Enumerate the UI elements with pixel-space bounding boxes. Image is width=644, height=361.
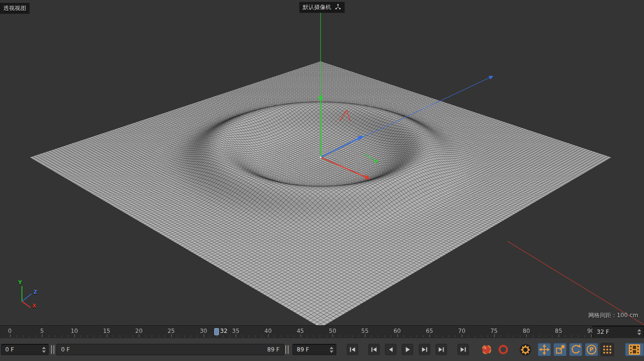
ruler-major-tick <box>301 334 301 337</box>
play-forward-button[interactable] <box>402 344 413 355</box>
ruler-tick-label: 20 <box>135 328 143 334</box>
ruler-minor-tick <box>320 335 320 337</box>
ruler-tick-label: 15 <box>103 328 110 334</box>
ruler-minor-tick <box>55 335 55 337</box>
record-active-objects-button[interactable] <box>480 343 493 356</box>
gear-icon <box>519 343 532 356</box>
key-pla-toggle[interactable] <box>601 343 614 356</box>
keying-settings-button[interactable] <box>519 343 532 356</box>
ruler-minor-tick <box>449 335 449 337</box>
ruler-major-tick <box>107 334 107 337</box>
goto-start-button[interactable] <box>347 344 358 355</box>
ruler-minor-tick <box>145 335 146 337</box>
orientation-axes-widget: Y Z X <box>14 280 48 311</box>
goto-previous-key-button[interactable] <box>368 344 380 355</box>
timeline-playhead[interactable] <box>214 328 219 335</box>
ruler-major-tick <box>139 334 139 337</box>
ruler-minor-tick <box>520 335 520 337</box>
point-grid-icon <box>601 343 613 356</box>
ruler-minor-tick <box>507 335 508 337</box>
ruler-major-tick <box>429 334 430 337</box>
parameter-letter: P <box>590 346 594 353</box>
timeline-ruler[interactable]: 051015202530354045505560657075808590 32 … <box>0 325 644 338</box>
ruler-major-tick <box>42 334 42 337</box>
autokeying-button[interactable] <box>497 343 510 356</box>
goto-end-button[interactable] <box>457 344 469 355</box>
ruler-minor-tick <box>442 335 443 337</box>
current-frame-label: 32 <box>220 328 228 334</box>
ruler-minor-tick <box>249 335 249 337</box>
ruler-minor-tick <box>352 335 353 337</box>
autokey-ring-icon <box>497 343 509 356</box>
ruler-minor-tick <box>436 335 436 337</box>
ruler-minor-tick <box>184 335 185 337</box>
view-name-label[interactable]: 透视视图 <box>0 3 30 14</box>
ruler-minor-tick <box>565 335 566 337</box>
ruler-tick-label: 50 <box>329 328 336 334</box>
ruler-major-tick <box>559 334 559 337</box>
ruler-tick-label: 5 <box>40 328 44 334</box>
film-strip-icon <box>626 343 643 356</box>
ruler-minor-tick <box>584 335 585 337</box>
ruler-major-tick <box>526 334 527 337</box>
ruler-tick-label: 70 <box>458 328 465 334</box>
ruler-minor-tick <box>358 335 359 337</box>
ruler-minor-tick <box>571 335 572 337</box>
ruler-minor-tick <box>217 335 217 337</box>
ruler-minor-tick <box>229 335 230 337</box>
ruler-minor-tick <box>261 335 262 337</box>
ruler-major-tick <box>494 334 495 337</box>
ruler-tick-label: 75 <box>490 328 498 334</box>
ruler-minor-tick <box>578 335 579 337</box>
ruler-tick-label: 55 <box>361 328 368 334</box>
ruler-minor-tick <box>339 335 340 337</box>
camera-axes-icon[interactable] <box>335 3 342 11</box>
ruler-minor-tick <box>391 335 391 337</box>
camera-label[interactable]: 默认摄像机 <box>300 2 345 13</box>
ruler-minor-tick <box>475 335 475 337</box>
goto-previous-frame-button[interactable] <box>385 344 396 355</box>
ruler-tick-label: 0 <box>8 328 12 334</box>
key-rotation-toggle[interactable] <box>569 343 582 356</box>
ruler-major-tick <box>74 334 75 337</box>
perspective-viewport[interactable]: 透视视图 默认摄像机 网格间距 : 100 cm Y <box>0 0 644 325</box>
ruler-minor-tick <box>345 335 346 337</box>
ruler-minor-tick <box>468 335 468 337</box>
axis-z-label: Z <box>33 289 37 295</box>
ruler-minor-tick <box>307 335 307 337</box>
cinema4d-window: 透视视图 默认摄像机 网格间距 : 100 cm Y <box>0 0 644 361</box>
ruler-minor-tick <box>416 335 417 337</box>
ruler-major-tick <box>397 334 398 337</box>
ruler-tick-label: 35 <box>232 328 239 334</box>
frame-stepper[interactable] <box>636 326 642 338</box>
stepper-up-icon[interactable] <box>637 329 641 331</box>
ruler-minor-tick <box>288 335 288 337</box>
ruler-minor-tick <box>126 335 126 337</box>
ruler-minor-tick <box>410 335 411 337</box>
rotate-icon <box>570 343 582 356</box>
ruler-tick-label: 10 <box>71 328 78 334</box>
ruler-minor-tick <box>500 335 501 337</box>
ruler-minor-tick <box>404 335 404 337</box>
current-frame-spinner[interactable]: 32 F <box>592 326 644 338</box>
ruler-major-tick <box>171 334 172 337</box>
key-position-toggle[interactable] <box>538 343 551 356</box>
stepper-down-icon[interactable] <box>637 333 641 335</box>
goto-next-frame-button[interactable] <box>419 344 430 355</box>
ruler-tick-label: 45 <box>297 328 304 334</box>
animation-toolbar: 0 F 0 F 89 F 89 F <box>0 338 644 361</box>
ruler-minor-tick <box>29 335 30 337</box>
ruler-minor-tick <box>481 335 482 337</box>
move-icon <box>538 343 551 356</box>
timeline-window-button[interactable] <box>625 343 644 356</box>
goto-next-key-button[interactable] <box>436 344 447 355</box>
ruler-minor-tick <box>255 335 256 337</box>
ruler-major-tick <box>332 334 333 337</box>
ruler-minor-tick <box>210 335 210 337</box>
ruler-minor-tick <box>68 335 68 337</box>
ruler-minor-tick <box>133 335 133 337</box>
viewport-canvas[interactable] <box>0 0 644 325</box>
ruler-minor-tick <box>371 335 372 337</box>
key-parameter-toggle[interactable]: P <box>585 343 598 356</box>
key-scale-toggle[interactable] <box>553 343 567 356</box>
